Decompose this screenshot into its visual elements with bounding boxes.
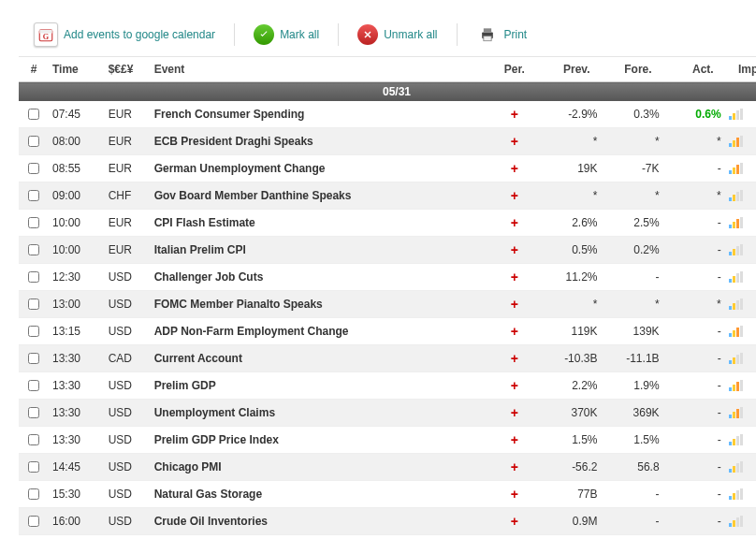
event-name[interactable]: Prelim GDP Price Index: [151, 427, 489, 454]
forecast-value: -: [601, 264, 662, 291]
mark-all-button[interactable]: Mark all: [242, 24, 330, 45]
time-cell: 10:00: [49, 210, 105, 237]
event-name[interactable]: Gov Board Member Danthine Speaks: [151, 182, 489, 210]
importance-icon[interactable]: [729, 488, 756, 500]
expand-icon[interactable]: +: [511, 351, 518, 366]
actual-value: -: [663, 372, 725, 400]
importance-icon[interactable]: [729, 217, 756, 228]
event-name[interactable]: German Unemployment Change: [151, 155, 489, 182]
event-row: 23:45NZDOverseas Trade Index+-1.4%-2.6%-: [19, 535, 756, 540]
currency-cell: USD: [105, 372, 151, 400]
row-checkbox[interactable]: [28, 516, 39, 527]
event-row: 13:30USDUnemployment Claims+370K369K-: [19, 400, 756, 427]
importance-icon[interactable]: [729, 190, 756, 201]
expand-icon[interactable]: +: [511, 432, 518, 447]
expand-icon[interactable]: +: [511, 161, 518, 176]
row-checkbox[interactable]: [28, 380, 39, 391]
expand-icon[interactable]: +: [511, 487, 518, 502]
event-row: 09:00CHFGov Board Member Danthine Speaks…: [19, 182, 756, 210]
col-previous: Prev.: [539, 57, 601, 82]
time-cell: 13:30: [49, 400, 105, 427]
expand-icon[interactable]: +: [511, 405, 518, 420]
actual-value: -: [663, 237, 725, 264]
header-row: # Time $€£¥ Event Per. Prev. Fore. Act. …: [19, 57, 756, 82]
event-name[interactable]: Current Account: [151, 345, 489, 372]
expand-icon[interactable]: +: [511, 242, 518, 257]
unmark-all-button[interactable]: Unmark all: [346, 24, 448, 45]
currency-cell: USD: [105, 508, 151, 535]
row-checkbox[interactable]: [28, 353, 39, 364]
forecast-value: 0.3%: [601, 101, 662, 128]
row-checkbox[interactable]: [28, 407, 39, 418]
row-checkbox[interactable]: [28, 190, 39, 201]
row-checkbox[interactable]: [28, 244, 39, 255]
event-name[interactable]: FOMC Member Pianalto Speaks: [151, 291, 489, 318]
row-checkbox[interactable]: [28, 136, 39, 147]
actual-value: *: [663, 182, 725, 210]
print-button[interactable]: Print: [465, 25, 539, 44]
previous-value: 77B: [539, 481, 601, 508]
importance-icon[interactable]: [729, 299, 756, 310]
expand-icon[interactable]: +: [511, 107, 518, 122]
expand-icon[interactable]: +: [511, 459, 518, 474]
expand-icon[interactable]: +: [511, 378, 518, 393]
event-name[interactable]: Unemployment Claims: [151, 400, 489, 427]
time-cell: 13:30: [49, 345, 105, 372]
event-name[interactable]: Natural Gas Storage: [151, 481, 489, 508]
event-name[interactable]: ADP Non-Farm Employment Change: [151, 318, 489, 345]
expand-icon[interactable]: +: [511, 324, 518, 339]
importance-icon[interactable]: [729, 407, 756, 418]
importance-icon[interactable]: [729, 516, 756, 527]
event-name[interactable]: Chicago PMI: [151, 454, 489, 481]
row-checkbox[interactable]: [28, 488, 39, 500]
event-name[interactable]: ECB President Draghi Speaks: [151, 128, 489, 155]
row-checkbox[interactable]: [28, 461, 39, 473]
importance-icon[interactable]: [729, 461, 756, 473]
currency-cell: USD: [105, 318, 151, 345]
importance-icon[interactable]: [729, 109, 756, 120]
row-checkbox[interactable]: [28, 434, 39, 445]
event-name[interactable]: Challenger Job Cuts: [151, 264, 489, 291]
event-row: 10:00EURCPI Flash Estimate+2.6%2.5%-: [19, 210, 756, 237]
expand-icon[interactable]: +: [511, 134, 518, 149]
time-cell: 12:30: [49, 264, 105, 291]
importance-icon[interactable]: [729, 353, 756, 364]
event-name[interactable]: CPI Flash Estimate: [151, 210, 489, 237]
row-checkbox[interactable]: [28, 163, 39, 174]
currency-cell: CHF: [105, 182, 151, 210]
expand-icon[interactable]: +: [511, 188, 518, 203]
row-checkbox[interactable]: [28, 299, 39, 310]
importance-icon[interactable]: [729, 271, 756, 283]
toolbar: G Add events to google calendar Mark all…: [19, 19, 756, 57]
row-checkbox[interactable]: [28, 217, 39, 228]
event-name[interactable]: Italian Prelim CPI: [151, 237, 489, 264]
expand-icon[interactable]: +: [511, 514, 518, 529]
importance-icon[interactable]: [729, 434, 756, 445]
time-cell: 15:30: [49, 481, 105, 508]
event-name[interactable]: Overseas Trade Index: [151, 535, 489, 540]
importance-icon[interactable]: [729, 244, 756, 255]
col-actual: Act.: [663, 57, 725, 82]
event-name[interactable]: Prelim GDP: [151, 372, 489, 400]
importance-icon[interactable]: [729, 380, 756, 391]
row-checkbox[interactable]: [28, 109, 39, 120]
expand-icon[interactable]: +: [511, 297, 518, 312]
time-cell: 08:00: [49, 128, 105, 155]
importance-icon[interactable]: [729, 163, 756, 174]
event-name[interactable]: French Consumer Spending: [151, 101, 489, 128]
svg-text:G: G: [43, 33, 50, 41]
expand-icon[interactable]: +: [511, 215, 518, 230]
previous-value: -2.9%: [539, 101, 601, 128]
svg-rect-5: [483, 36, 490, 41]
event-name[interactable]: Crude Oil Inventories: [151, 508, 489, 535]
importance-icon[interactable]: [729, 136, 756, 147]
importance-icon[interactable]: [729, 326, 756, 337]
add-google-calendar-button[interactable]: G Add events to google calendar: [22, 22, 226, 47]
row-checkbox[interactable]: [28, 326, 39, 337]
row-checkbox[interactable]: [28, 271, 39, 283]
calendar-table: # Time $€£¥ Event Per. Prev. Fore. Act. …: [19, 57, 756, 539]
forecast-value: 139K: [601, 318, 662, 345]
previous-value: 11.2%: [539, 264, 601, 291]
event-row: 13:30USDPrelim GDP+2.2%1.9%-: [19, 372, 756, 400]
expand-icon[interactable]: +: [511, 270, 518, 284]
